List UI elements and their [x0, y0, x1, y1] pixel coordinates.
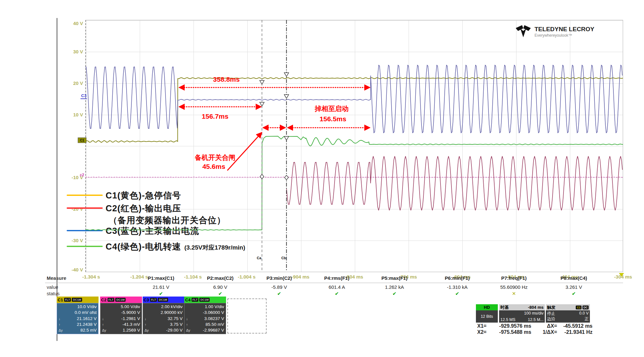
trigger-box[interactable]: 触发 C1 DC 停止 0.0 V 边沿 正 [546, 304, 590, 323]
timebase-samples: 12.5 MS [500, 317, 516, 322]
value-prefix: ↑ [186, 322, 188, 327]
channel-badge: DC1M [199, 298, 210, 302]
channel-box-c3[interactable]: C3FLTDC1M2.00 kV/div2.90000 kV↓32.75 V↑3… [143, 297, 185, 334]
measure-param-header[interactable]: P8:max(C4) [561, 275, 587, 281]
status-check-icon: ✔ [455, 291, 459, 297]
annotation-restart-time: 156.5ms [320, 115, 346, 123]
channel-value-line: ↓21.1612 V [59, 316, 97, 322]
value-text: -1.2981 V [121, 316, 140, 322]
channel-value-line: 2.00 kV/div [145, 304, 183, 310]
y-axis-label: 30 V [64, 49, 83, 54]
channel-badge: DC1M [158, 298, 168, 302]
scope-screenshot: TELEDYNE LECROY Everywhereyoulook™ 40 V3… [0, 0, 644, 357]
channel-header: C2FLTDC1M [100, 297, 142, 303]
channel-value-line: ↑21.2438 V [59, 322, 97, 327]
logo-mark [515, 24, 532, 39]
channel-value-line: Δy82.5 mV [59, 327, 97, 333]
channel-badge: FLT [108, 298, 115, 302]
legend-swatch [67, 246, 103, 247]
teledyne-lecroy-logo: TELEDYNE LECROY Everywhereyoulook™ [515, 24, 594, 39]
annotation-total-time: 358.8ms [213, 76, 240, 83]
annotation-stop-to-close-time: 156.7ms [202, 113, 229, 120]
channel-id: C3 [144, 298, 149, 302]
channel-value-line: Δy1.2569 V [102, 327, 140, 333]
value-text: 85.50 mV [205, 322, 224, 327]
timebase-box[interactable]: 时基 -804 ms 100 ms/div 12.5 MS 12.5 M... [499, 304, 545, 323]
value-text: -5.9000 V [121, 310, 140, 316]
trigger-label: 触发 [547, 305, 555, 310]
measure-param-header[interactable]: P4:rms(F1) [324, 275, 349, 281]
value-prefix: Δy [102, 327, 106, 333]
legend-label: C2(红色)-输出电压 [106, 204, 181, 213]
value-text: 82.5 mV [80, 327, 97, 333]
value-prefix: Δy [186, 327, 190, 333]
channel-values: 5.00 V/div-5.9000 V↓-1.2981 V↑-41.3 mVΔy… [100, 303, 142, 334]
channel-box-c1[interactable]: C1FLTDC1M10.0 V/div0.0 mV ofst↓21.1612 V… [57, 297, 99, 334]
channel-box-c2[interactable]: C2FLTDC1M5.00 V/div-5.9000 V↓-1.2981 V↑-… [100, 297, 142, 334]
channel-value-line: Δy-29.00 V [145, 327, 183, 333]
value-text: 2.90000 kV [161, 310, 183, 316]
value-text: 3.75 V [170, 322, 183, 327]
x2-label: X2= [477, 329, 491, 335]
legend-label: C1(黄色)-急停信号 [106, 191, 181, 200]
legend-item: （备用变频器输出开关合位） [109, 215, 226, 226]
x2-value: -975.5488 ms [491, 329, 531, 335]
measure-param-header[interactable]: P2:max(C2) [207, 275, 234, 281]
x1-label: X1= [477, 323, 491, 329]
measure-divider [45, 283, 623, 283]
value-prefix: ↓ [102, 316, 104, 322]
channel-value-line: ↓3.08237 V [186, 316, 224, 322]
value-text: -2.99687 V [203, 327, 224, 333]
hd-mode-box[interactable]: HD 12 Bits [476, 304, 498, 323]
y-axis-label: 10 V [64, 112, 83, 117]
dx-label: ΔX= [536, 323, 557, 329]
measure-value: 601.4 A [329, 284, 345, 290]
x-axis-label: -1.204 s [130, 274, 148, 279]
measure-param-header[interactable]: P3:min(C2) [266, 275, 292, 281]
status-warn-icon: ✕ [512, 291, 516, 297]
channel-badge: DC1M [115, 298, 126, 302]
y-axis-label: -20 V [64, 206, 83, 212]
channel-value-line: 1.00 V/div [186, 304, 224, 310]
brand-name: TELEDYNE LECROY [535, 26, 594, 33]
legend-item: C1(黄色)-急停信号 [106, 190, 181, 201]
measure-value: 6.90 V [213, 284, 227, 290]
status-check-icon: ✔ [277, 291, 281, 297]
legend-item: C4(绿色)-电机转速(3.25V对应1789r/min) [106, 241, 245, 252]
value-text: 3.08237 V [204, 316, 224, 322]
status-check-icon: ✔ [159, 291, 163, 297]
legend-label: C3(蓝色)-主泵输出电流 [106, 226, 199, 236]
measure-param-header[interactable]: P6:min(F1) [445, 275, 470, 281]
status-check-icon: ✔ [335, 291, 339, 297]
value-text: 10.0 V/div [77, 304, 97, 310]
invdx-label: 1/ΔX= [536, 329, 557, 335]
value-text: 0.0 mV ofst [75, 310, 97, 316]
status-check-icon: ✔ [572, 291, 576, 297]
measure-param-header[interactable]: P7:freq(F1) [501, 275, 526, 281]
channel-value-line: ↑85.50 mV [186, 322, 224, 327]
value-prefix: Δy [59, 327, 63, 333]
status-check-icon: ✔ [218, 291, 223, 297]
channel-badge: FLT [150, 298, 157, 302]
trigger-coupling-badge: DC [582, 306, 589, 309]
legend-label: （备用变频器输出开关合位） [109, 215, 226, 225]
value-text: 2.00 kV/div [161, 304, 183, 310]
status-check-icon: ✔ [393, 291, 397, 297]
x-axis-label: -1.104 s [184, 274, 202, 279]
x1-value: -929.9576 ms [491, 323, 531, 329]
channel-value-line: ↓-1.2981 V [102, 316, 140, 322]
measure-param-header[interactable]: P5:max(F1) [382, 275, 408, 281]
value-prefix: ↓ [59, 316, 61, 322]
x-axis-label: -904 ms [291, 274, 309, 279]
channel-badge: FLT [192, 298, 199, 302]
channel-box-c4[interactable]: C4FLTDC1M1.00 V/div-3.06000 V↓3.08237 V↑… [184, 297, 226, 334]
measure-param-header[interactable]: P1:max(C1) [148, 275, 175, 281]
value-prefix: ↑ [102, 322, 104, 327]
y-axis-label: 20 V [64, 80, 83, 86]
legend-note: (3.25V对应1789r/min) [185, 244, 245, 251]
timebase-scale: 100 ms/div [524, 311, 544, 316]
empty-descriptor-slot [227, 298, 267, 334]
value-prefix: ↑ [59, 322, 61, 327]
timebase-rate: 12.5 M... [528, 317, 544, 322]
channel-value-line: ↑-41.3 mV [102, 322, 140, 327]
